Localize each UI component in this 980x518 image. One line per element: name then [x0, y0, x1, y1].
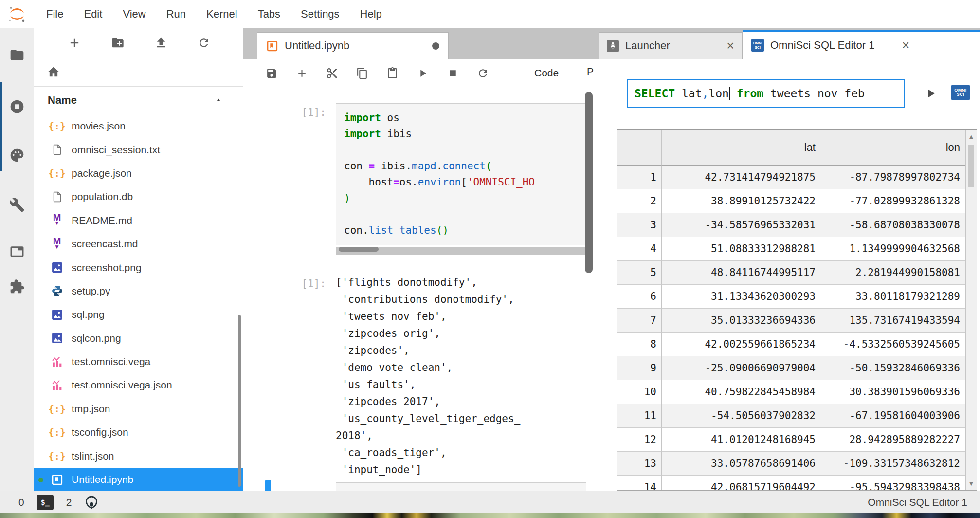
results-scrollbar-thumb[interactable] — [968, 145, 974, 187]
results-scrollbar[interactable]: ▲ ▼ — [965, 130, 977, 490]
jupyter-logo-icon — [7, 4, 27, 24]
file-list-header[interactable]: Name — [34, 86, 243, 114]
next-cell-partial[interactable] — [336, 482, 586, 491]
code-cell-editor[interactable]: import osimport ibis con = ibis.mapd.con… — [336, 103, 586, 245]
add-cell-icon[interactable] — [296, 67, 308, 79]
refresh-icon[interactable] — [198, 37, 210, 49]
menu-item-help[interactable]: Help — [350, 8, 392, 20]
column-header-lat[interactable]: lat — [661, 130, 822, 166]
code-line: con.list_tables() — [344, 222, 578, 239]
table-cell: -4.5332560539245605 — [822, 333, 965, 356]
tab-label: Launcher — [625, 39, 670, 52]
file-item-test.omnisci.vega[interactable]: test.omnisci.vega — [34, 350, 243, 373]
save-icon[interactable] — [266, 67, 278, 79]
file-list-scrollbar[interactable] — [238, 315, 241, 487]
new-launcher-icon[interactable] — [68, 36, 81, 50]
file-item-setup.py[interactable]: setup.py — [34, 279, 243, 303]
stop-icon[interactable] — [447, 67, 459, 79]
table-cell: -34.58576965332031 — [661, 213, 822, 237]
file-item-screenshot.png[interactable]: screenshot.png — [34, 256, 243, 279]
code-token: ibis — [381, 128, 412, 140]
notebook-file-icon — [50, 473, 64, 486]
table-cell: 13 — [617, 452, 661, 476]
file-item-Untitled.ipynb[interactable]: Untitled.ipynb — [34, 468, 243, 491]
wrench-icon[interactable] — [9, 197, 25, 213]
home-icon[interactable] — [47, 65, 60, 79]
code-token: ibis. — [375, 160, 412, 172]
file-item-package.json[interactable]: {:}package.json — [34, 162, 243, 185]
table-header-row: latlon — [617, 130, 965, 166]
output-text: ['flights_donotmodify', 'contributions_d… — [336, 274, 581, 479]
scroll-up-icon[interactable]: ▲ — [966, 133, 977, 140]
new-folder-icon[interactable] — [111, 36, 125, 50]
paste-icon[interactable] — [386, 67, 399, 79]
file-name: screenshot.png — [72, 262, 142, 274]
cell-type-dropdown[interactable]: Code — [534, 67, 559, 79]
right-tab-bar: Launcher × OMNISCI OmniSci SQL Editor 1 … — [595, 28, 980, 59]
sql-query-input[interactable]: SELECT lat,lon from tweets_nov_feb — [627, 79, 905, 108]
close-icon[interactable]: × — [902, 40, 909, 50]
file-item-tmp.json[interactable]: {:}tmp.json — [34, 397, 243, 421]
menu-item-file[interactable]: File — [36, 8, 73, 20]
file-name: test.omnisci.vega.json — [72, 379, 172, 391]
omnisci-render-button[interactable]: OMNI SCI — [951, 85, 970, 100]
table-cell: 41.01201248168945 — [661, 428, 822, 452]
notebook-scrollbar-thumb[interactable] — [585, 92, 593, 273]
menu-item-settings[interactable]: Settings — [290, 8, 350, 20]
code-token: = — [369, 160, 375, 172]
terminal-icon[interactable]: $_ — [37, 495, 54, 510]
file-item-omnisci_session.txt[interactable]: omnisci_session.txt — [34, 138, 243, 161]
menu-item-edit[interactable]: Edit — [73, 8, 112, 20]
scroll-down-icon[interactable]: ▼ — [966, 480, 977, 487]
close-icon[interactable]: × — [726, 41, 734, 51]
file-item-tsconfig.json[interactable]: {:}tsconfig.json — [34, 421, 243, 444]
table-cell: 14 — [617, 476, 661, 490]
file-file-icon — [50, 190, 64, 203]
restart-kernel-icon[interactable] — [477, 67, 489, 79]
folder-icon[interactable] — [9, 47, 25, 63]
notebook-toolbar: Code P — [243, 59, 595, 88]
run-query-icon[interactable] — [923, 86, 938, 101]
tab-launcher[interactable]: Launcher × — [599, 32, 743, 59]
sql-editor-panel: Launcher × OMNISCI OmniSci SQL Editor 1 … — [595, 28, 980, 491]
running-icon[interactable] — [9, 99, 25, 114]
status-bar: 0 $_ 2 OmniSci SQL Editor 1 — [0, 491, 980, 513]
selected-cell-indicator[interactable] — [265, 480, 271, 491]
file-item-population.db[interactable]: population.db — [34, 185, 243, 208]
file-item-screencast.md[interactable]: M▼screencast.md — [34, 232, 243, 256]
run-icon[interactable] — [417, 67, 429, 79]
file-item-movies.json[interactable]: {:}movies.json — [34, 114, 243, 138]
cut-icon[interactable] — [326, 67, 338, 79]
file-item-tslint.json[interactable]: {:}tslint.json — [34, 444, 243, 467]
column-header-rownum[interactable] — [617, 130, 661, 166]
file-item-sql.png[interactable]: sql.png — [34, 303, 243, 326]
table-row: 11-54.5056037902832-67.19581604003906 — [617, 404, 965, 428]
sort-caret-icon — [215, 97, 222, 104]
file-name: screencast.md — [72, 238, 138, 250]
file-item-test.omnisci.vega.json[interactable]: test.omnisci.vega.json — [34, 373, 243, 397]
code-token: import — [344, 112, 381, 124]
column-header-lon[interactable]: lon — [822, 130, 965, 166]
cell-horizontal-scrollbar[interactable] — [336, 247, 586, 255]
file-item-README.md[interactable]: M▼README.md — [34, 209, 243, 232]
table-cell: 7 — [617, 309, 661, 333]
tabs-icon[interactable] — [9, 244, 25, 259]
menu-item-view[interactable]: View — [112, 8, 156, 20]
json-file-icon: {:} — [50, 120, 64, 132]
file-item-sqlcon.png[interactable]: sqlcon.png — [34, 327, 243, 350]
extension-icon[interactable] — [9, 279, 25, 295]
kernel-icon[interactable] — [84, 495, 99, 510]
menu-item-run[interactable]: Run — [156, 8, 196, 20]
menu-item-tabs[interactable]: Tabs — [248, 8, 290, 20]
menu-item-kernel[interactable]: Kernel — [196, 8, 248, 20]
code-line: import os — [344, 110, 578, 126]
map-strip — [0, 513, 980, 518]
copy-icon[interactable] — [356, 67, 368, 79]
cell-hscroll-thumb[interactable] — [339, 247, 379, 252]
upload-icon[interactable] — [154, 36, 168, 50]
tab-untitled-ipynb[interactable]: Untitled.ipynb — [257, 32, 449, 59]
tab-omnisci-sql-editor[interactable]: OMNISCI OmniSci SQL Editor 1 × — [743, 30, 980, 59]
code-token: 'OMNISCI_HO — [467, 176, 535, 188]
svg-text:SCI: SCI — [755, 46, 761, 49]
palette-icon[interactable] — [9, 148, 25, 163]
